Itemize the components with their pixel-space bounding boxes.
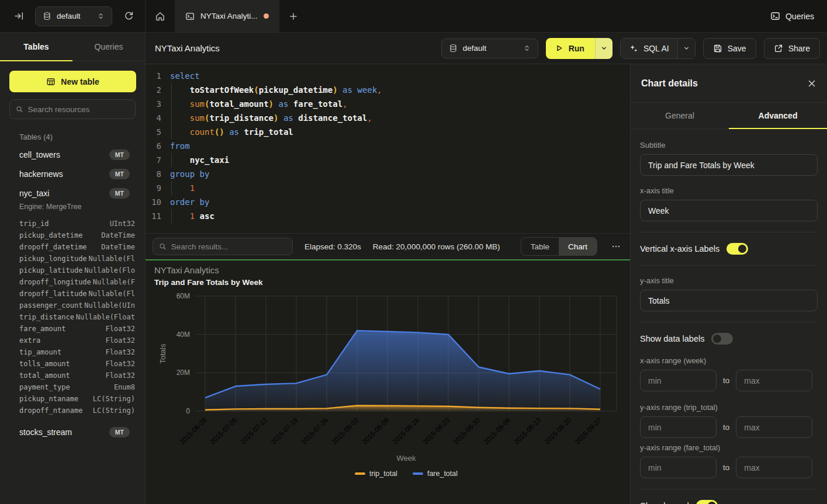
code-line[interactable]: 5 count() as trip_total — [146, 125, 630, 139]
sidebar-tab-tables[interactable]: Tables — [0, 33, 72, 61]
column-name: trip_id — [19, 220, 49, 228]
search-resources-input[interactable] — [28, 105, 129, 114]
table-row[interactable]: cell_towersMT — [0, 145, 145, 164]
more-options-button[interactable] — [609, 239, 623, 253]
queries-button[interactable]: Queries — [770, 11, 814, 21]
table-row[interactable]: nyc_taxiMT — [0, 183, 145, 203]
database-selector[interactable]: default — [35, 6, 112, 26]
new-table-label: New table — [61, 77, 99, 86]
code-line[interactable]: 9 1 — [146, 181, 630, 195]
sql-ai-options-button[interactable] — [677, 39, 695, 58]
legend-item-trip_total[interactable]: trip_total — [355, 470, 397, 478]
elapsed-time: Elapsed: 0.320s — [304, 242, 361, 251]
y-range-trip-min-input[interactable] — [640, 416, 717, 438]
y-range-trip-max-input[interactable] — [736, 416, 812, 438]
y-axis-title-input[interactable] — [640, 290, 818, 311]
search-results-input[interactable] — [171, 242, 286, 251]
y-range-fare-min-input[interactable] — [640, 457, 717, 478]
column-row[interactable]: payment_typeEnum8 — [19, 381, 135, 393]
column-row[interactable]: dropoff_latitudeNullable(Fl — [19, 288, 135, 300]
code-line[interactable]: 3 sum(total_amount) as fare_total, — [146, 97, 630, 111]
x-range-min-input[interactable] — [640, 370, 717, 391]
query-database-selector[interactable]: default — [441, 39, 538, 58]
home-button[interactable] — [146, 0, 175, 32]
column-type: Float32 — [105, 348, 135, 356]
column-row[interactable]: pickup_longitudeNullable(Fl — [19, 253, 135, 265]
code-text: group by — [170, 167, 209, 181]
column-type: Enum8 — [114, 383, 135, 391]
svg-text:2015-07-05: 2015-07-05 — [209, 416, 238, 446]
show-data-labels-toggle[interactable] — [711, 333, 733, 345]
column-row[interactable]: dropoff_datetimeDateTime — [19, 241, 135, 253]
sql-ai-button[interactable]: SQL AI — [621, 39, 677, 58]
column-row[interactable]: pickup_datetimeDateTime — [19, 230, 135, 241]
run-button[interactable]: Run — [546, 38, 595, 59]
column-row[interactable]: dropoff_ntanameLC(String) — [19, 405, 135, 416]
refresh-button[interactable] — [120, 8, 137, 25]
results-toolbar: Elapsed: 0.320s Read: 20,000,000 rows (2… — [146, 233, 630, 259]
line-number: 11 — [146, 209, 161, 223]
column-row[interactable]: tolls_amountFloat32 — [19, 358, 135, 370]
new-table-button[interactable]: New table — [9, 71, 136, 92]
table-name: hackernews — [19, 169, 63, 179]
table-row[interactable]: hackernewsMT — [0, 164, 145, 183]
show-legend-toggle[interactable] — [696, 500, 718, 504]
x-range-max-input[interactable] — [736, 370, 812, 391]
tab-nytaxi-analytics[interactable]: NYTaxi Analyti... — [175, 0, 279, 32]
svg-text:2015-07-19: 2015-07-19 — [269, 416, 299, 446]
token: week — [357, 85, 377, 95]
code-line[interactable]: 10order by — [146, 195, 630, 209]
new-tab-button[interactable] — [279, 0, 307, 32]
tab-advanced[interactable]: Advanced — [729, 103, 827, 128]
sql-console-app: default NYTaxi Analyti... Queri — [0, 0, 827, 504]
column-row[interactable]: trip_distanceNullable(Float — [19, 311, 135, 323]
tables-section-label: Tables (4) — [19, 133, 136, 141]
column-row[interactable]: dropoff_longitudeNullable(F — [19, 276, 135, 288]
view-toggle-chart[interactable]: Chart — [559, 238, 597, 255]
tab-general[interactable]: General — [631, 103, 729, 128]
sidebar-search — [9, 99, 136, 119]
table-row[interactable]: stocks_streamMT — [0, 422, 145, 442]
code-line[interactable]: 2 toStartOfWeek(pickup_datetime) as week… — [146, 83, 630, 97]
code-line[interactable]: 6from — [146, 139, 630, 153]
y-range-fare-max-input[interactable] — [736, 457, 812, 478]
legend-label: fare_total — [427, 470, 458, 478]
column-row[interactable]: total_amountFloat32 — [19, 370, 135, 381]
collapse-sidebar-button[interactable] — [11, 8, 27, 25]
column-row[interactable]: passenger_countNullable(UIn — [19, 300, 135, 311]
sidebar-tab-queries[interactable]: Queries — [72, 33, 145, 61]
column-name: tip_amount — [19, 348, 61, 356]
column-row[interactable]: trip_idUInt32 — [19, 218, 135, 230]
token: distance_total — [298, 113, 367, 123]
search-icon — [159, 242, 167, 251]
view-toggle: TableChart — [521, 237, 597, 256]
code-line[interactable]: 11 1 asc — [146, 209, 630, 223]
y-range-fare-inputs: to — [640, 457, 818, 478]
close-panel-button[interactable] — [807, 79, 816, 88]
column-row[interactable]: pickup_latitudeNullable(Flo — [19, 265, 135, 276]
table-list: cell_towersMThackernewsMTnyc_taxiMTEngin… — [0, 145, 145, 442]
column-type: Nullable(F — [93, 278, 135, 286]
subtitle-input[interactable] — [640, 154, 818, 176]
column-row[interactable]: extraFloat32 — [19, 335, 135, 346]
engine-badge: MT — [109, 427, 130, 437]
column-row[interactable]: fare_amountFloat32 — [19, 323, 135, 335]
code-line[interactable]: 4 sum(trip_distance) as distance_total, — [146, 111, 630, 125]
code-line[interactable]: 1select — [146, 69, 630, 83]
share-button[interactable]: Share — [764, 38, 820, 59]
code-line[interactable]: 8group by — [146, 167, 630, 181]
area-chart[interactable]: 020M40M60M2015-06-282015-07-052015-07-12… — [146, 260, 630, 503]
legend-item-fare_total[interactable]: fare_total — [413, 470, 458, 478]
divider — [640, 322, 818, 322]
sidebar: Tables Queries New table Tables (4) cell… — [0, 33, 146, 504]
view-toggle-table[interactable]: Table — [521, 238, 559, 255]
vertical-x-labels-toggle[interactable] — [726, 243, 748, 255]
run-options-button[interactable] — [595, 38, 613, 59]
save-button[interactable]: Save — [703, 38, 756, 59]
code-line[interactable]: 7 nyc_taxi — [146, 153, 630, 167]
x-axis-title-input[interactable] — [640, 200, 818, 221]
column-row[interactable]: tip_amountFloat32 — [19, 346, 135, 358]
sql-editor[interactable]: 1select2 toStartOfWeek(pickup_datetime) … — [146, 64, 630, 233]
column-row[interactable]: pickup_ntanameLC(String) — [19, 393, 135, 405]
token: , — [342, 99, 347, 109]
